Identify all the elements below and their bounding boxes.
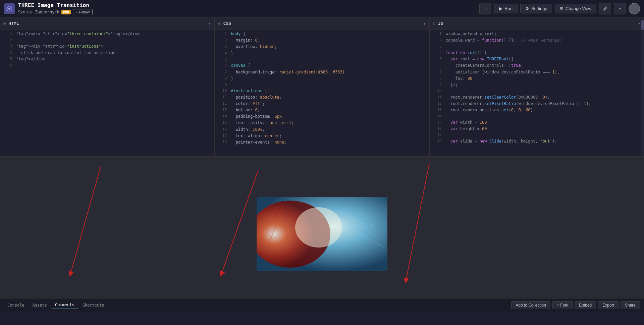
line-number: 6 bbox=[432, 62, 442, 69]
line-number: 8 bbox=[217, 75, 227, 82]
line-number: 4 bbox=[217, 50, 227, 57]
comments-tab[interactable]: Comments bbox=[52, 301, 78, 309]
html-panel-header: ⚙ HTML ▾ bbox=[0, 17, 214, 30]
line-number: 12 bbox=[217, 101, 227, 107]
export-button[interactable]: Export bbox=[598, 301, 619, 309]
js-code-area[interactable]: 1window.onload = init;2console.ward = fu… bbox=[430, 30, 644, 156]
logo-icon bbox=[4, 3, 15, 14]
line-number: 18 bbox=[432, 138, 442, 145]
line-number: 8 bbox=[432, 75, 442, 82]
code-line: 4 click and drag to control the animatio… bbox=[0, 50, 214, 56]
line-content: margin: 0; bbox=[231, 37, 260, 44]
shortcuts-tab[interactable]: Shortcuts bbox=[79, 302, 108, 309]
svg-point-1 bbox=[8, 8, 10, 10]
html-code-area[interactable]: 1"tag"><div "attr">id="three-container">… bbox=[0, 30, 214, 156]
line-content: antialias: (window.devicePixelRatio === … bbox=[446, 69, 560, 75]
line-content: body { bbox=[231, 31, 245, 37]
line-number: 2 bbox=[432, 37, 442, 44]
gear-icon: ⚙ bbox=[525, 6, 529, 11]
line-content: #instructions { bbox=[231, 88, 267, 94]
code-line: 9 }); bbox=[430, 82, 644, 88]
code-line: 5 var root = new THREERoot({ bbox=[430, 56, 644, 62]
line-content: console.ward = function() {}; // what wa… bbox=[446, 37, 562, 44]
editors-and-preview: ⚙ HTML ▾ 1"tag"><div "attr">id="three-co… bbox=[0, 17, 644, 312]
line-content: overflow: hidden; bbox=[231, 44, 277, 50]
arrow-html bbox=[67, 163, 134, 281]
preview-area: click and drag to control the animation bbox=[0, 157, 644, 312]
css-panel-expand[interactable]: ▾ bbox=[423, 21, 426, 26]
main-layout: ⚙ HTML ▾ 1"tag"><div "attr">id="three-co… bbox=[0, 17, 644, 312]
settings-button[interactable]: ⚙ Settings bbox=[520, 4, 552, 13]
code-line: 2console.ward = function() {}; // what w… bbox=[430, 37, 644, 44]
line-number: 2 bbox=[3, 37, 12, 43]
line-number: 5 bbox=[432, 56, 442, 62]
assets-tab[interactable]: Assets bbox=[29, 302, 50, 309]
css-code-area[interactable]: 1body {2 margin: 0;3 overflow: hidden;4}… bbox=[215, 30, 429, 156]
code-line: 4} bbox=[215, 50, 429, 57]
code-line: 11 root.renderer.setClearColor(0x000000,… bbox=[430, 94, 644, 101]
code-line: 1window.onload = init; bbox=[430, 31, 644, 37]
share-button[interactable]: Share bbox=[621, 301, 640, 309]
fork-button[interactable]: ⑂ Fork bbox=[552, 301, 573, 309]
line-content: root.renderer.setPixelRatio(window.devic… bbox=[446, 101, 591, 107]
add-to-collection-button[interactable]: Add to Collection bbox=[511, 301, 550, 309]
header-left: THREE Image Transition Szenia Zadvornych… bbox=[4, 2, 93, 15]
line-number: 18 bbox=[217, 139, 227, 146]
js-scrollbar[interactable] bbox=[641, 17, 644, 156]
line-number: 3 bbox=[432, 44, 442, 50]
line-content: var root = new THREERoot({ bbox=[446, 56, 514, 62]
line-number: 3 bbox=[3, 43, 12, 50]
preview-image-container bbox=[257, 197, 387, 271]
line-number: 16 bbox=[432, 126, 442, 132]
html-panel-expand[interactable]: ▾ bbox=[208, 21, 211, 26]
line-content: root.renderer.setClearColor(0x000000, 0)… bbox=[446, 94, 550, 101]
js-panel-expand[interactable]: ▾ bbox=[638, 21, 641, 26]
line-number: 4 bbox=[432, 50, 442, 56]
code-line: 16 var height = 60; bbox=[430, 126, 644, 132]
code-line: 2 margin: 0; bbox=[215, 37, 429, 44]
code-line: 18 var slide = new Slide(width, height, … bbox=[430, 138, 644, 145]
line-number: 13 bbox=[432, 107, 442, 113]
line-number: 14 bbox=[217, 113, 227, 120]
line-content: var slide = new Slide(width, height, 'ou… bbox=[446, 138, 557, 145]
bottom-actions: Add to Collection ⑂ Fork Embed Export Sh… bbox=[511, 301, 640, 309]
line-number: 5 bbox=[3, 56, 12, 62]
line-content: position: absolute; bbox=[231, 94, 282, 101]
svg-point-8 bbox=[295, 207, 342, 248]
line-content: function init() { bbox=[446, 50, 487, 56]
like-button[interactable]: ♡ bbox=[479, 3, 491, 14]
embed-button[interactable]: Embed bbox=[575, 301, 596, 309]
line-content: "tag"><div "attr">id="instructions"> bbox=[16, 43, 103, 50]
follow-button[interactable]: + Follow bbox=[73, 9, 93, 15]
code-line: 17 bbox=[430, 132, 644, 138]
line-number: 15 bbox=[432, 119, 442, 126]
line-number: 6 bbox=[217, 62, 227, 69]
line-content: click and drag to control the animation bbox=[16, 50, 115, 56]
author-name: Szenia Zadvornych bbox=[18, 10, 59, 14]
change-view-button[interactable]: ⊞ Change View bbox=[555, 4, 596, 13]
code-line: 8} bbox=[215, 75, 429, 82]
line-content: "tag"></div> bbox=[16, 56, 45, 62]
code-line: 14 bbox=[430, 113, 644, 119]
preview-image bbox=[257, 197, 387, 271]
line-number: 14 bbox=[432, 113, 442, 119]
run-button[interactable]: ▶ Run bbox=[494, 4, 518, 13]
css-panel-header: ⚙ CSS ▾ bbox=[215, 17, 429, 30]
line-content: }); bbox=[446, 82, 458, 88]
code-line: 8 fov: 80 bbox=[430, 75, 644, 82]
code-line: 15 font-family: sans-serif; bbox=[215, 120, 429, 126]
pin-button[interactable] bbox=[599, 3, 611, 14]
expand-button[interactable]: ▾ bbox=[614, 3, 626, 14]
code-line: 3"tag"><div "attr">id="instructions"> bbox=[0, 43, 214, 50]
line-number: 3 bbox=[217, 44, 227, 50]
line-content: padding-bottom: 6px; bbox=[231, 113, 284, 120]
css-panel: ⚙ CSS ▾ 1body {2 margin: 0;3 overflow: h… bbox=[215, 17, 429, 156]
code-line: 12 root.renderer.setPixelRatio(window.de… bbox=[430, 101, 644, 107]
line-number: 6 bbox=[3, 62, 12, 68]
line-content: var width = 100; bbox=[446, 119, 489, 126]
console-tab[interactable]: Console bbox=[4, 302, 28, 309]
code-line: 5"tag"></div> bbox=[0, 56, 214, 62]
code-line: 15 var width = 100; bbox=[430, 119, 644, 126]
editors-row: ⚙ HTML ▾ 1"tag"><div "attr">id="three-co… bbox=[0, 17, 644, 157]
line-content: createCameraControls: !true, bbox=[446, 62, 523, 69]
